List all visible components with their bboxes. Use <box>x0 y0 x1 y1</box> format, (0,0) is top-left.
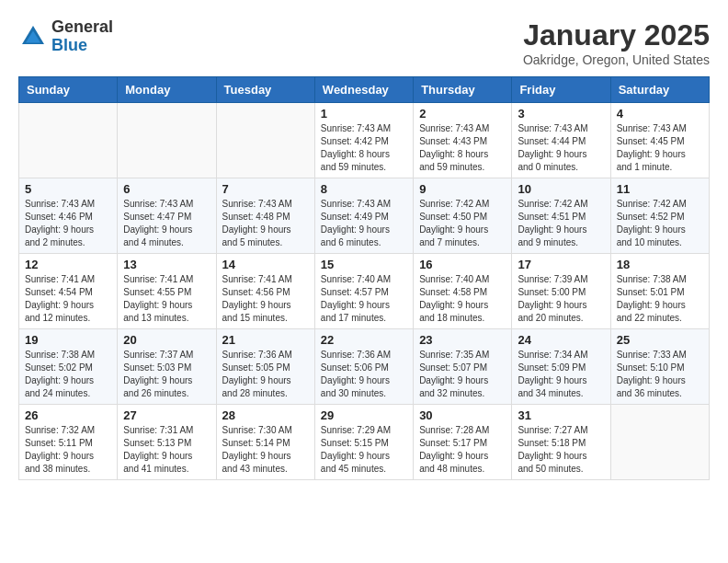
day-number: 16 <box>419 258 506 271</box>
calendar-cell: 10Sunrise: 7:42 AMSunset: 4:51 PMDayligh… <box>512 178 610 254</box>
logo-general: General <box>51 18 113 37</box>
day-info: Sunrise: 7:31 AMSunset: 5:13 PMDaylight:… <box>123 424 210 476</box>
calendar-cell: 18Sunrise: 7:38 AMSunset: 5:01 PMDayligh… <box>610 254 709 329</box>
day-number: 27 <box>123 408 210 422</box>
day-info: Sunrise: 7:43 AMSunset: 4:43 PMDaylight:… <box>419 122 506 174</box>
day-info: Sunrise: 7:41 AMSunset: 4:54 PMDaylight:… <box>25 273 111 325</box>
day-number: 29 <box>321 408 407 422</box>
day-info: Sunrise: 7:41 AMSunset: 4:55 PMDaylight:… <box>123 273 210 325</box>
day-info: Sunrise: 7:33 AMSunset: 5:10 PMDaylight:… <box>617 349 703 400</box>
day-number: 25 <box>617 333 703 347</box>
day-number: 24 <box>518 333 604 347</box>
day-number: 3 <box>518 107 604 121</box>
day-info: Sunrise: 7:42 AMSunset: 4:51 PMDaylight:… <box>518 198 604 249</box>
day-number: 23 <box>419 333 506 347</box>
day-number: 14 <box>222 258 309 271</box>
week-row-1: 1Sunrise: 7:43 AMSunset: 4:42 PMDaylight… <box>19 103 710 178</box>
day-number: 12 <box>25 258 111 271</box>
calendar-cell: 24Sunrise: 7:34 AMSunset: 5:09 PMDayligh… <box>512 329 610 405</box>
day-info: Sunrise: 7:41 AMSunset: 4:56 PMDaylight:… <box>222 273 309 325</box>
calendar-cell: 23Sunrise: 7:35 AMSunset: 5:07 PMDayligh… <box>414 329 512 405</box>
calendar-cell: 8Sunrise: 7:43 AMSunset: 4:49 PMDaylight… <box>314 178 413 254</box>
calendar-cell: 9Sunrise: 7:42 AMSunset: 4:50 PMDaylight… <box>414 178 512 254</box>
day-info: Sunrise: 7:43 AMSunset: 4:47 PMDaylight:… <box>123 198 210 249</box>
calendar-cell: 25Sunrise: 7:33 AMSunset: 5:10 PMDayligh… <box>610 329 709 405</box>
weekday-header-saturday: Saturday <box>610 77 709 103</box>
day-number: 30 <box>419 408 506 422</box>
day-number: 2 <box>419 107 506 121</box>
calendar-cell: 5Sunrise: 7:43 AMSunset: 4:46 PMDaylight… <box>19 178 118 254</box>
calendar-cell: 22Sunrise: 7:36 AMSunset: 5:06 PMDayligh… <box>314 329 413 405</box>
logo-blue: Blue <box>51 37 113 55</box>
day-info: Sunrise: 7:36 AMSunset: 5:06 PMDaylight:… <box>321 349 407 400</box>
day-number: 22 <box>321 333 407 347</box>
day-number: 17 <box>518 258 604 271</box>
day-info: Sunrise: 7:43 AMSunset: 4:46 PMDaylight:… <box>25 198 111 249</box>
day-number: 4 <box>617 107 703 121</box>
day-number: 8 <box>321 182 407 196</box>
calendar-cell: 1Sunrise: 7:43 AMSunset: 4:42 PMDaylight… <box>314 103 413 178</box>
calendar-cell: 6Sunrise: 7:43 AMSunset: 4:47 PMDaylight… <box>118 178 216 254</box>
weekday-header-tuesday: Tuesday <box>216 77 314 103</box>
calendar-cell: 11Sunrise: 7:42 AMSunset: 4:52 PMDayligh… <box>610 178 709 254</box>
day-number: 9 <box>419 182 506 196</box>
calendar-cell: 12Sunrise: 7:41 AMSunset: 4:54 PMDayligh… <box>19 254 118 329</box>
day-info: Sunrise: 7:43 AMSunset: 4:49 PMDaylight:… <box>321 198 407 249</box>
logo-icon <box>18 22 48 52</box>
day-number: 26 <box>25 408 111 422</box>
weekday-header-wednesday: Wednesday <box>314 77 413 103</box>
calendar-cell: 29Sunrise: 7:29 AMSunset: 5:15 PMDayligh… <box>314 405 413 480</box>
calendar-cell: 26Sunrise: 7:32 AMSunset: 5:11 PMDayligh… <box>19 405 118 480</box>
weekday-header-monday: Monday <box>118 77 216 103</box>
calendar-cell <box>118 103 216 178</box>
day-number: 28 <box>222 408 309 422</box>
day-info: Sunrise: 7:42 AMSunset: 4:52 PMDaylight:… <box>617 198 703 249</box>
calendar-cell: 30Sunrise: 7:28 AMSunset: 5:17 PMDayligh… <box>414 405 512 480</box>
calendar-cell: 17Sunrise: 7:39 AMSunset: 5:00 PMDayligh… <box>512 254 610 329</box>
calendar-cell: 27Sunrise: 7:31 AMSunset: 5:13 PMDayligh… <box>118 405 216 480</box>
calendar-cell: 7Sunrise: 7:43 AMSunset: 4:48 PMDaylight… <box>216 178 314 254</box>
day-number: 11 <box>617 182 703 196</box>
day-number: 31 <box>518 408 604 422</box>
weekday-header-friday: Friday <box>512 77 610 103</box>
calendar-cell: 21Sunrise: 7:36 AMSunset: 5:05 PMDayligh… <box>216 329 314 405</box>
location: Oakridge, Oregon, United States <box>523 52 710 67</box>
title-block: January 2025 Oakridge, Oregon, United St… <box>523 18 710 67</box>
day-info: Sunrise: 7:39 AMSunset: 5:00 PMDaylight:… <box>518 273 604 325</box>
month-title: January 2025 <box>523 18 710 52</box>
day-info: Sunrise: 7:43 AMSunset: 4:48 PMDaylight:… <box>222 198 309 249</box>
day-info: Sunrise: 7:43 AMSunset: 4:44 PMDaylight:… <box>518 122 604 174</box>
day-number: 15 <box>321 258 407 271</box>
day-info: Sunrise: 7:28 AMSunset: 5:17 PMDaylight:… <box>419 424 506 476</box>
calendar-table: SundayMondayTuesdayWednesdayThursdayFrid… <box>18 76 710 480</box>
calendar-cell: 14Sunrise: 7:41 AMSunset: 4:56 PMDayligh… <box>216 254 314 329</box>
page-header: General Blue January 2025 Oakridge, Oreg… <box>18 18 710 67</box>
calendar-cell <box>216 103 314 178</box>
day-info: Sunrise: 7:38 AMSunset: 5:01 PMDaylight:… <box>617 273 703 325</box>
day-info: Sunrise: 7:38 AMSunset: 5:02 PMDaylight:… <box>25 349 111 400</box>
week-row-4: 19Sunrise: 7:38 AMSunset: 5:02 PMDayligh… <box>19 329 710 405</box>
calendar-cell: 31Sunrise: 7:27 AMSunset: 5:18 PMDayligh… <box>512 405 610 480</box>
day-number: 19 <box>25 333 111 347</box>
day-number: 7 <box>222 182 309 196</box>
day-number: 18 <box>617 258 703 271</box>
day-info: Sunrise: 7:36 AMSunset: 5:05 PMDaylight:… <box>222 349 309 400</box>
calendar-cell: 3Sunrise: 7:43 AMSunset: 4:44 PMDaylight… <box>512 103 610 178</box>
calendar-cell: 4Sunrise: 7:43 AMSunset: 4:45 PMDaylight… <box>610 103 709 178</box>
week-row-3: 12Sunrise: 7:41 AMSunset: 4:54 PMDayligh… <box>19 254 710 329</box>
day-info: Sunrise: 7:43 AMSunset: 4:42 PMDaylight:… <box>321 122 407 174</box>
calendar-cell: 2Sunrise: 7:43 AMSunset: 4:43 PMDaylight… <box>414 103 512 178</box>
day-info: Sunrise: 7:29 AMSunset: 5:15 PMDaylight:… <box>321 424 407 476</box>
day-info: Sunrise: 7:32 AMSunset: 5:11 PMDaylight:… <box>25 424 111 476</box>
day-info: Sunrise: 7:40 AMSunset: 4:58 PMDaylight:… <box>419 273 506 325</box>
calendar-cell: 13Sunrise: 7:41 AMSunset: 4:55 PMDayligh… <box>118 254 216 329</box>
day-info: Sunrise: 7:42 AMSunset: 4:50 PMDaylight:… <box>419 198 506 249</box>
week-row-5: 26Sunrise: 7:32 AMSunset: 5:11 PMDayligh… <box>19 405 710 480</box>
day-info: Sunrise: 7:34 AMSunset: 5:09 PMDaylight:… <box>518 349 604 400</box>
day-number: 20 <box>123 333 210 347</box>
week-row-2: 5Sunrise: 7:43 AMSunset: 4:46 PMDaylight… <box>19 178 710 254</box>
day-number: 10 <box>518 182 604 196</box>
weekday-header-sunday: Sunday <box>19 77 118 103</box>
day-number: 5 <box>25 182 111 196</box>
day-info: Sunrise: 7:40 AMSunset: 4:57 PMDaylight:… <box>321 273 407 325</box>
